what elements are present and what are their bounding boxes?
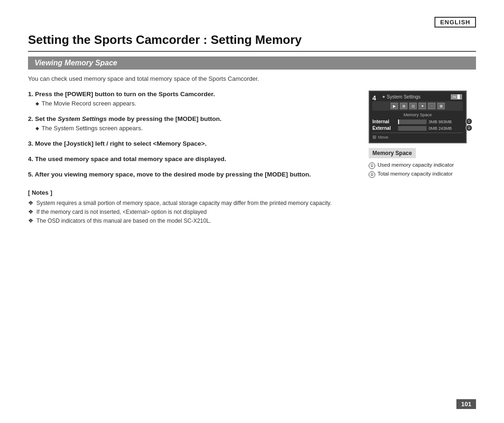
camera-screen: 4 ✦ System Settings IN ▉ ▶ ⊞ ⊡ ✦ · [369, 91, 467, 143]
indicator-2-num: ② [369, 171, 375, 178]
content-area: 1. Press the [POWER] button to turn on t… [28, 91, 476, 226]
cam-circle-2: ② [466, 125, 472, 131]
note-2-text: If the memory card is not inserted, <Ext… [36, 209, 207, 215]
indicator-1-text: Used memory capacity indicator [378, 162, 454, 168]
cam-footer: ⊞ Move [372, 133, 463, 140]
cam-icon-5: · [428, 103, 435, 109]
step-5-title: 5. After you viewing memory space, move … [28, 171, 355, 178]
right-panel: 4 ✦ System Settings IN ▉ ▶ ⊞ ⊡ ✦ · [369, 91, 476, 226]
memory-space-label: Memory Space [369, 148, 416, 158]
notes-title: [ Notes ] [28, 189, 355, 196]
intro-text: You can check used memory space and tota… [28, 75, 476, 82]
cam-icon-6: ⊠ [437, 103, 445, 109]
cam-circle-1: ① [466, 118, 472, 125]
step-1-title: 1. Press the [POWER] button to turn on t… [28, 91, 355, 98]
cam-internal-row: Internal 3MB 983MB ① [372, 119, 463, 124]
step-3: 3. Move the [Joystick] left / right to s… [28, 140, 355, 147]
step-2: 2. Set the System Settings mode by press… [28, 115, 355, 132]
cam-external-bar [398, 126, 427, 131]
page-number: 101 [456, 399, 476, 409]
cam-external-row: External 0MB 243MB ② [372, 126, 463, 131]
step-num: 1 [28, 91, 32, 98]
cam-external-label: External [372, 126, 398, 131]
note-diamond-1: ❖ [28, 199, 34, 206]
step-5: 5. After you viewing memory space, move … [28, 171, 355, 178]
steps-area: 1. Press the [POWER] button to turn on t… [28, 91, 355, 226]
cam-icon-1: ▶ [391, 103, 398, 109]
note-3-text: The OSD indicators of this manual are ba… [36, 218, 211, 224]
step-2-title: 2. Set the System Settings mode by press… [28, 115, 355, 122]
cam-header: ✦ System Settings IN ▉ [372, 94, 463, 99]
step-4: 4. The used memory space and total memor… [28, 155, 355, 162]
cam-internal-label: Internal [372, 119, 398, 124]
note-1-text: System requires a small portion of memor… [36, 200, 331, 206]
cam-external-values: 0MB 243MB [428, 126, 452, 131]
note-3: ❖ The OSD indicators of this manual are … [28, 218, 355, 224]
note-1: ❖ System requires a small portion of mem… [28, 200, 355, 206]
notes-section: [ Notes ] ❖ System requires a small port… [28, 189, 355, 224]
cam-footer-icon: ⊞ [372, 134, 376, 140]
note-diamond-2: ❖ [28, 208, 34, 215]
cam-internal-fill [398, 120, 399, 124]
cam-internal-values: 3MB 983MB [428, 120, 452, 124]
indicator-2: ② Total memory capacity indicator [369, 171, 476, 178]
step-3-title: 3. Move the [Joystick] left / right to s… [28, 140, 355, 147]
step-2-sub: The System Settings screen appears. [35, 125, 355, 132]
cam-memory-label: Memory Space [372, 113, 463, 117]
cam-sd-icon: IN ▉ [451, 94, 462, 99]
note-2: ❖ If the memory card is not inserted, <E… [28, 209, 355, 215]
cam-header-title: ✦ System Settings [382, 94, 420, 99]
cam-icon-4: ✦ [419, 103, 426, 109]
indicator-1: ① Used memory capacity indicator [369, 162, 476, 169]
cam-internal-bar [398, 120, 427, 124]
cam-icon-3: ⊡ [409, 103, 417, 109]
cam-footer-text: Move [378, 135, 388, 140]
page: ENGLISH Setting the Sports Camcorder : S… [0, 0, 504, 423]
indicator-list: ① Used memory capacity indicator ② Total… [369, 162, 476, 178]
cam-icon-2: ⊞ [400, 103, 407, 109]
section-header: Viewing Memory Space [28, 56, 476, 70]
indicator-1-num: ① [369, 162, 375, 169]
step-1: 1. Press the [POWER] button to turn on t… [28, 91, 355, 107]
step-4-title: 4. The used memory space and total memor… [28, 155, 355, 162]
step-1-sub: The Movie Record screen appears. [35, 100, 355, 107]
english-badge: ENGLISH [434, 17, 476, 28]
note-diamond-3: ❖ [28, 217, 34, 224]
cam-step-num: 4 [372, 94, 376, 102]
cam-icons-row: ▶ ⊞ ⊡ ✦ · ⊠ [372, 101, 463, 111]
step-text: Press the [POWER] button to turn on the … [35, 91, 215, 98]
indicator-2-text: Total memory capacity indicator [378, 171, 453, 176]
page-title: Setting the Sports Camcorder : Setting M… [28, 33, 476, 52]
